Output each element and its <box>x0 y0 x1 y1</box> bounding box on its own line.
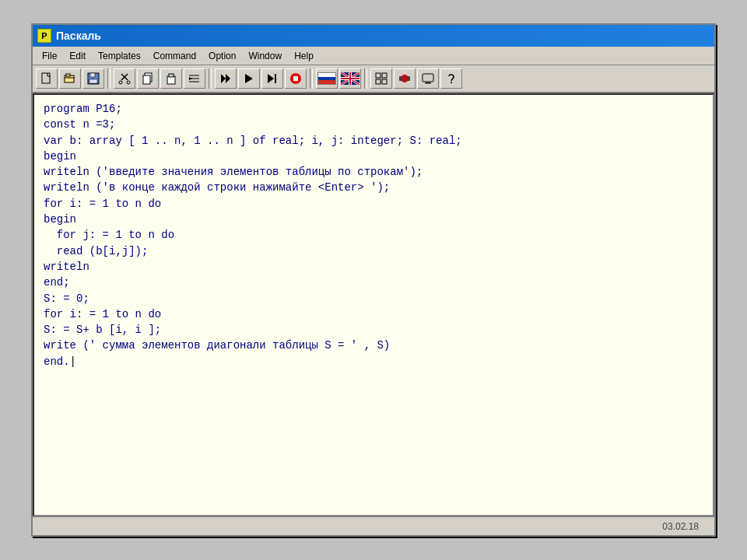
code-line-11: writeln <box>44 259 703 275</box>
open-button[interactable] <box>59 68 81 89</box>
svg-rect-2 <box>66 74 70 76</box>
svg-rect-24 <box>293 76 298 81</box>
svg-rect-37 <box>382 79 387 84</box>
svg-point-40 <box>402 76 407 81</box>
code-line-10: read (b[i,j]); <box>44 243 703 259</box>
menu-option[interactable]: Option <box>202 49 242 63</box>
sep2 <box>209 68 212 89</box>
code-line-6: writeln ('в конце каждой строки нажимайт… <box>44 180 703 195</box>
code-line-12: end; <box>44 275 703 290</box>
sep4 <box>364 68 367 89</box>
svg-rect-33 <box>341 78 359 79</box>
svg-rect-34 <box>376 73 381 78</box>
grid-button[interactable] <box>370 68 392 89</box>
run-all-button[interactable] <box>215 68 237 89</box>
paste-button[interactable] <box>160 68 182 89</box>
save-button[interactable] <box>82 68 104 89</box>
next-button[interactable] <box>261 68 283 89</box>
sep3 <box>310 68 313 89</box>
indent-button[interactable] <box>184 68 205 89</box>
code-line-8: begin <box>44 212 703 227</box>
new-button[interactable] <box>36 68 58 89</box>
code-line-4: begin <box>44 149 703 164</box>
main-window: P Паскаль File Edit Templates Command Op… <box>31 23 716 537</box>
code-line-13: S: = 0; <box>44 291 703 306</box>
svg-rect-36 <box>376 79 381 84</box>
menu-window[interactable]: Window <box>242 49 288 63</box>
sep1 <box>107 68 110 89</box>
menu-edit[interactable]: Edit <box>63 49 92 63</box>
svg-marker-20 <box>245 74 253 83</box>
title-bar: P Паскаль <box>33 25 714 47</box>
code-line-15: S: = S+ b [i, i ]; <box>44 322 703 338</box>
svg-rect-35 <box>382 73 387 78</box>
svg-point-9 <box>127 81 130 84</box>
svg-rect-4 <box>90 73 95 77</box>
code-line-14: for i: = 1 to n do <box>44 306 703 322</box>
svg-marker-18 <box>221 74 226 83</box>
svg-rect-13 <box>169 74 174 77</box>
copy-button[interactable] <box>137 68 159 89</box>
record-button[interactable] <box>394 68 416 89</box>
svg-rect-5 <box>89 79 97 83</box>
menu-bar: File Edit Templates Command Option Windo… <box>33 47 714 65</box>
code-line-1: program P16; <box>44 101 703 117</box>
code-line-5: writeln ('введите значения элементов таб… <box>44 164 703 180</box>
app-icon: P <box>37 29 51 43</box>
svg-rect-0 <box>42 73 50 83</box>
run-button[interactable] <box>238 68 260 89</box>
window-title: Паскаль <box>56 30 101 42</box>
monitor-button[interactable] <box>417 68 439 89</box>
toolbar <box>33 65 714 93</box>
code-line-17: end. <box>44 354 703 369</box>
date-display: 03.02.18 <box>662 521 699 532</box>
flag-ru-button[interactable] <box>316 68 338 89</box>
menu-help[interactable]: Help <box>288 49 320 63</box>
svg-marker-21 <box>268 74 274 83</box>
menu-command[interactable]: Command <box>147 49 202 63</box>
code-line-2: const n =3; <box>44 117 703 132</box>
code-line-9: for j: = 1 to n do <box>44 227 703 243</box>
code-line-16: write (' сумма элементов диагонали табли… <box>44 338 703 353</box>
menu-templates[interactable]: Templates <box>92 49 147 63</box>
svg-rect-11 <box>143 75 150 84</box>
svg-marker-19 <box>226 74 230 83</box>
svg-rect-22 <box>275 74 276 83</box>
menu-file[interactable]: File <box>36 49 63 63</box>
status-bar: 03.02.18 <box>33 516 714 535</box>
svg-point-8 <box>119 81 122 84</box>
cut-button[interactable] <box>114 68 135 89</box>
stop-button[interactable] <box>285 68 307 89</box>
svg-rect-41 <box>423 74 433 82</box>
svg-marker-17 <box>189 77 192 80</box>
code-line-7: for i: = 1 to n do <box>44 196 703 212</box>
code-line-3: var b: array [ 1 .. n, 1 .. n ] of real;… <box>44 133 703 149</box>
flag-gb-button[interactable] <box>339 68 361 89</box>
code-editor[interactable]: program P16; const n =3; var b: array [ … <box>33 93 714 516</box>
help-button[interactable] <box>440 68 462 89</box>
svg-point-44 <box>451 82 452 83</box>
